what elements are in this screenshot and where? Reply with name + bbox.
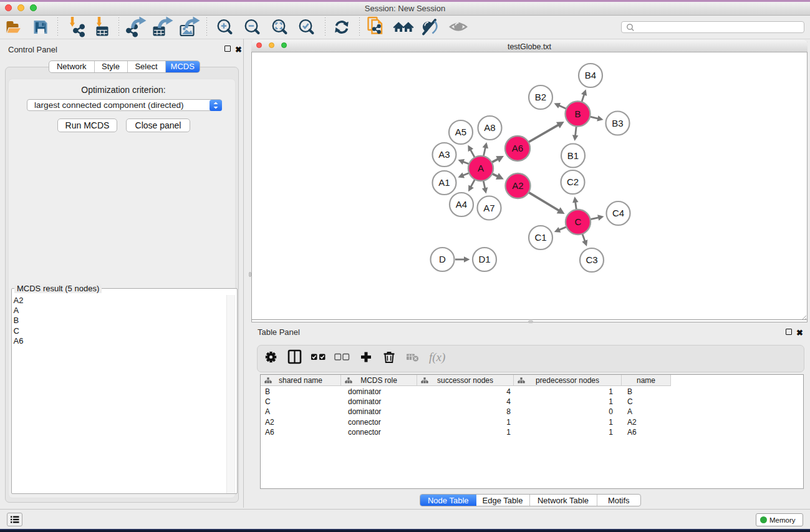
svg-text:B1: B1 — [567, 150, 579, 161]
svg-text:A4: A4 — [456, 199, 467, 210]
svg-text:A: A — [478, 163, 484, 173]
svg-text:B4: B4 — [585, 70, 596, 80]
svg-text:A3: A3 — [438, 149, 450, 160]
svg-text:C2: C2 — [567, 177, 579, 187]
svg-text:C4: C4 — [612, 208, 624, 218]
svg-text:C: C — [575, 216, 582, 227]
svg-text:B3: B3 — [612, 118, 623, 128]
svg-text:D: D — [439, 254, 446, 264]
svg-text:A5: A5 — [455, 127, 466, 137]
svg-text:B2: B2 — [535, 92, 546, 102]
svg-text:B: B — [574, 109, 581, 119]
svg-text:A2: A2 — [512, 180, 523, 191]
svg-text:A6: A6 — [512, 143, 523, 153]
svg-text:A1: A1 — [438, 177, 450, 188]
svg-text:C3: C3 — [586, 254, 597, 265]
svg-text:A8: A8 — [484, 122, 495, 133]
svg-text:C1: C1 — [534, 232, 546, 243]
svg-text:D1: D1 — [478, 254, 490, 264]
svg-text:A7: A7 — [483, 203, 494, 213]
svg-text:f(x): f(x) — [429, 351, 445, 364]
